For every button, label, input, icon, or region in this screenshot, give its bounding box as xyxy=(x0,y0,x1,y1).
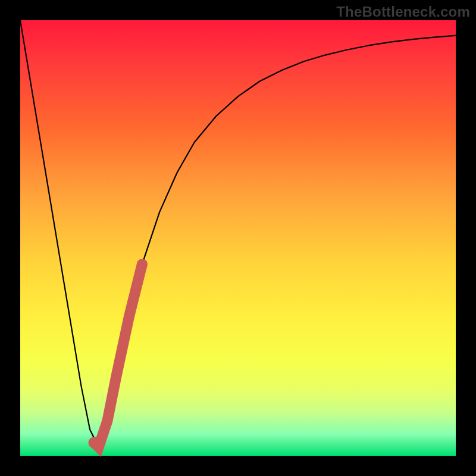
watermark: TheBottleneck.com xyxy=(336,4,470,20)
curve-svg xyxy=(20,20,456,456)
highlight-dot xyxy=(88,437,100,449)
highlight-segment xyxy=(94,264,142,447)
bottleneck-curve xyxy=(20,20,456,447)
plot-area xyxy=(20,20,456,456)
chart-frame: TheBottleneck.com xyxy=(0,0,476,476)
